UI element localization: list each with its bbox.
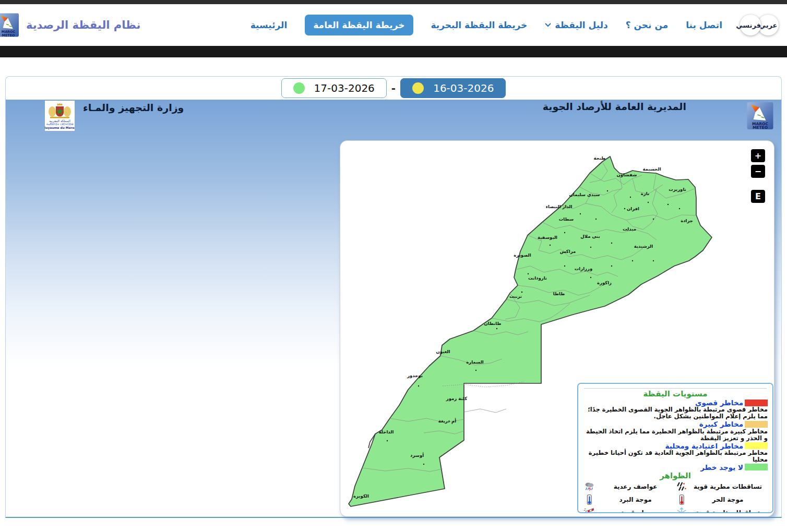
lang-arabic-button[interactable]: عربي (758, 15, 779, 35)
svg-text:ⵜⴰⴳⵍⴷⵉⵜ ⵏ ⵍⵎⵖⵔⵉⴱ: ⵜⴰⴳⵍⴷⵉⵜ ⵏ ⵍⵎⵖⵔⵉⴱ (46, 123, 74, 126)
map-label: اليوسفية (538, 235, 557, 240)
main-nav: عربي فرنسي اتصل بنا من نحن ؟ دليل اليقظة… (251, 15, 787, 35)
orange-swatch (745, 421, 768, 428)
green-swatch (745, 464, 768, 470)
map-label: سطات (559, 216, 574, 222)
date-selected-label: 16-03-2026 (433, 82, 494, 94)
map-label: تازة (641, 191, 649, 197)
maroc-meteo-logo: MAROC METEO (747, 102, 773, 129)
level-high: مخاطر كبيرة (583, 420, 768, 428)
map-label: العيون (436, 349, 450, 355)
site-title: نظام اليقظة الرصدية (26, 19, 140, 31)
heavy-rain-icon (675, 481, 688, 492)
map-label: تاوريرت (669, 187, 686, 192)
date-separator: - (391, 82, 396, 94)
svg-text:Royaume du Maroc: Royaume du Maroc (45, 126, 75, 130)
yellow-swatch (745, 442, 768, 449)
header: MAROC METEO نظام اليقظة الرصدية عربي فرن… (0, 4, 787, 46)
legend-title: مستويات اليقظة (583, 390, 768, 398)
content-panel: 17-03-2026 - 16-03-2026 المملكة المغربية… (5, 76, 782, 518)
map-label: طنجة (594, 155, 606, 161)
map-label: ورزازات (575, 266, 592, 272)
map-label: الصويرة (514, 252, 531, 258)
level-extreme-desc: مخاطر قصوى مرتبطة بالظواهر الجوية القصوى… (583, 406, 768, 420)
ministry-title: وزارة التجهيز والمـاء (83, 102, 184, 113)
heat-wave-icon (675, 494, 688, 505)
phenomenon-strong-wind: رياح قوية (583, 506, 675, 513)
nav-general-map[interactable]: خريطة اليقظة العامة (305, 15, 413, 35)
cold-wave-icon (583, 494, 595, 505)
strong-wind-icon (583, 507, 595, 513)
map-label: الرشيدية (634, 244, 653, 249)
yellow-dot-icon (412, 82, 424, 94)
nav-contact[interactable]: اتصل بنا (686, 20, 722, 30)
phenomenon-heavy-rain: تساقطات مطرية قوية (675, 480, 768, 493)
lang-french-button[interactable]: فرنسي (740, 15, 761, 35)
map-label: السمارة (466, 359, 484, 365)
header-divider-bar (0, 46, 787, 57)
green-dot-icon (293, 82, 305, 94)
language-switcher: عربي فرنسي (740, 15, 779, 35)
phenomenon-thunderstorm: عواصف رعدية (583, 480, 675, 493)
map-label: أم دريغة (438, 418, 457, 424)
phenomenon-heat-wave: موجة الحر (675, 493, 768, 506)
brand: MAROC METEO نظام اليقظة الرصدية (0, 13, 140, 37)
map-label: شفشاون (617, 172, 637, 178)
map-panel: طنجةشفشاونالحسيمةسيدي سليمانتازةتاوريرتج… (340, 140, 774, 517)
svg-text:METEO: METEO (2, 33, 15, 37)
nav-marine-map[interactable]: خريطة اليقظة البحرية (431, 20, 528, 30)
thunderstorm-icon (583, 481, 595, 492)
heavy-snow-icon (675, 507, 688, 513)
svg-text:METEO: METEO (753, 125, 768, 129)
map-label: الداخلة (379, 429, 394, 434)
map-label: الكويرة (353, 493, 369, 499)
level-ordinary: مخاطر اعتيادية ومحلية (583, 442, 768, 450)
map-label: الحسيمة (642, 166, 661, 172)
map-label: مراكش (560, 249, 576, 255)
chevron-down-icon (545, 23, 551, 27)
maroc-meteo-logo: MAROC METEO (0, 13, 19, 37)
phenomena-grid: تساقطات مطرية قوية عواصف رعدية (583, 480, 768, 513)
directorate-title: المديرية العامة للأرصاد الجوية (543, 101, 686, 112)
map-label: الدار البيضاء (546, 204, 573, 210)
map-label: أوسرد (410, 452, 424, 458)
nav-about[interactable]: من نحن ؟ (626, 20, 668, 30)
legend-divider (584, 388, 767, 389)
phenomena-title: الظواهر (583, 471, 768, 480)
level-high-desc: مخاطر كبيرة مرتبطة بالظواهر الخطيرة مما … (583, 428, 768, 442)
nav-home[interactable]: الرئيسية (251, 20, 288, 30)
map-label: طاطا (553, 291, 565, 296)
map-label: افران (627, 206, 639, 212)
date-next-label: 17-03-2026 (314, 82, 375, 94)
phenomenon-heavy-snow: تساقطات ثلجية قوية (675, 506, 768, 513)
map-label: بوجدور (407, 373, 423, 379)
level-ordinary-desc: مخاطر مرتبطة بالظواهر الجوية العادية قد … (583, 450, 768, 463)
map-zoom-controls: + − E (751, 149, 765, 205)
map-label: تزنيت (509, 294, 522, 299)
map-label: طانطان (484, 321, 501, 326)
map-label: تارودانت (528, 275, 547, 281)
nav-vigilance-guide[interactable]: دليل اليقظة (545, 20, 607, 30)
red-swatch (745, 400, 768, 406)
zoom-out-button[interactable]: − (751, 165, 765, 178)
export-button[interactable]: E (751, 190, 765, 203)
top-strip (0, 0, 787, 4)
map-label: بني ملال (580, 234, 600, 239)
date-selector: 17-03-2026 - 16-03-2026 (6, 77, 781, 100)
level-none: لا يوجد خطر (583, 464, 768, 471)
phenomenon-cold-wave: موجة البرد (583, 493, 675, 506)
map-label: كلتة زمور (446, 396, 467, 402)
date-button-next[interactable]: 17-03-2026 (281, 78, 387, 98)
zoom-in-button[interactable]: + (751, 149, 765, 162)
level-extreme: مخاطر قصوى (583, 399, 768, 406)
map-label: زاكورة (597, 280, 612, 286)
morocco-coat-of-arms: المملكة المغربية ⵜⴰⴳⵍⴷⵉⵜ ⵏ ⵍⵎⵖⵔⵉⴱ Royaum… (45, 101, 75, 131)
map-label: ميدلت (623, 226, 636, 232)
date-button-selected[interactable]: 16-03-2026 (400, 78, 506, 98)
map-label: سيدي سليمان (569, 192, 600, 197)
nav-vigilance-guide-label: دليل اليقظة (555, 20, 607, 30)
legend: مستويات اليقظة مخاطر قصوى مخاطر قصوى مرت… (577, 383, 773, 513)
map-label: جرادة (681, 218, 693, 224)
